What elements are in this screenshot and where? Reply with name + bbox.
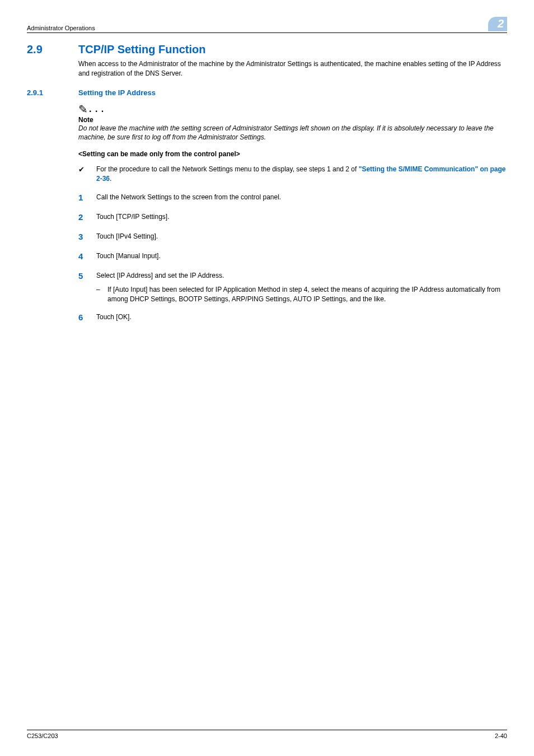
prereq-suffix: . xyxy=(110,175,111,183)
step-5-sub-text: If [Auto Input] has been selected for IP… xyxy=(107,285,507,304)
note-icon-row: ✎ . . . xyxy=(78,104,507,115)
breadcrumb: Administrator Operations xyxy=(27,25,95,31)
step-row-1: 1 Call the Network Settings to the scree… xyxy=(78,192,507,203)
subsection-number: 2.9.1 xyxy=(27,88,78,97)
step-number: 6 xyxy=(78,311,96,323)
page-footer: C253/C203 2-40 xyxy=(27,730,507,739)
chapter-badge: 2 xyxy=(488,17,507,31)
step-row-3: 3 Touch [IPv4 Setting]. xyxy=(78,231,507,242)
note-block: ✎ . . . Note Do not leave the machine wi… xyxy=(78,104,507,143)
step-row-2: 2 Touch [TCP/IP Settings]. xyxy=(78,211,507,223)
panel-only-title: <Setting can be made only from the contr… xyxy=(78,150,507,158)
chapter-number: 2 xyxy=(498,17,504,30)
note-label: Note xyxy=(78,116,507,124)
page: Administrator Operations 2 2.9 TCP/IP Se… xyxy=(0,0,534,756)
step-text: Touch [IPv4 Setting]. xyxy=(96,231,507,241)
footer-page-number: 2-40 xyxy=(495,732,507,739)
step-text: Call the Network Settings to the screen … xyxy=(96,192,507,202)
section-2-9-heading: 2.9 TCP/IP Setting Function xyxy=(27,43,507,56)
step-row-6: 6 Touch [OK]. xyxy=(78,311,507,323)
step-text: Touch [TCP/IP Settings]. xyxy=(96,211,507,222)
step-text: Touch [OK]. xyxy=(96,311,507,322)
section-2-9-1-heading: 2.9.1 Setting the IP Address xyxy=(27,88,507,97)
step-row-4: 4 Touch [Manual Input]. xyxy=(78,250,507,262)
section-intro-paragraph: When access to the Administrator of the … xyxy=(78,59,507,78)
check-icon: ✔ xyxy=(78,165,96,175)
footer-model: C253/C203 xyxy=(27,732,58,739)
step-number: 1 xyxy=(78,192,96,203)
note-dots: . . . xyxy=(89,105,104,115)
step-number: 4 xyxy=(78,250,96,262)
dash-icon: – xyxy=(96,285,107,295)
prerequisite-text: For the procedure to call the Network Se… xyxy=(96,165,507,184)
step-5-sub: – If [Auto Input] has been selected for … xyxy=(96,285,507,304)
section-number: 2.9 xyxy=(27,43,78,56)
prereq-prefix: For the procedure to call the Network Se… xyxy=(96,165,359,173)
section-title: TCP/IP Setting Function xyxy=(78,43,205,56)
step-number: 5 xyxy=(78,270,96,282)
pencil-icon: ✎ xyxy=(78,104,88,115)
step-row-5: 5 Select [IP Address] and set the IP Add… xyxy=(78,270,507,282)
step-number: 2 xyxy=(78,211,96,223)
step-number: 3 xyxy=(78,231,96,242)
page-header: Administrator Operations 2 xyxy=(27,17,507,33)
subsection-title: Setting the IP Address xyxy=(78,88,156,97)
note-text: Do not leave the machine with the settin… xyxy=(78,124,507,143)
step-text: Select [IP Address] and set the IP Addre… xyxy=(96,270,507,281)
step-text: Touch [Manual Input]. xyxy=(96,250,507,261)
prerequisite-row: ✔ For the procedure to call the Network … xyxy=(78,165,507,184)
